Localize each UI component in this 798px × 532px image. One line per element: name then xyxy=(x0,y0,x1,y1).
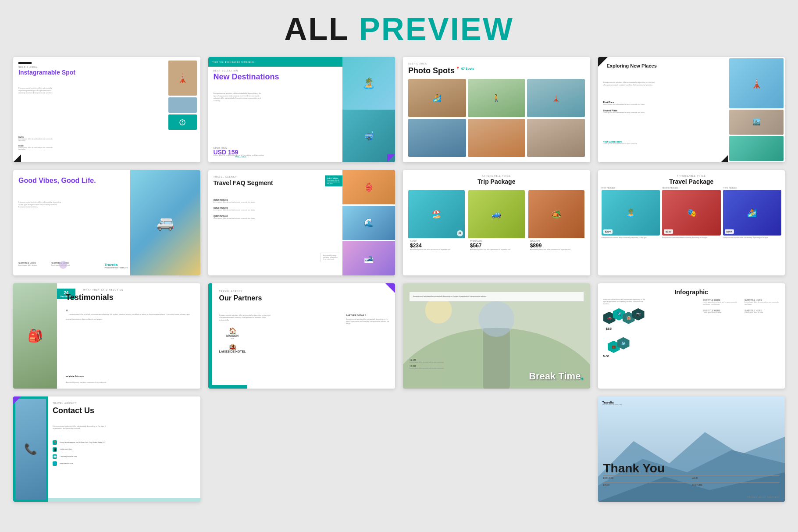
slide6-answer-text: A wonderful journey has taken possession… xyxy=(323,255,338,260)
slide8-pkg1-photo: 🏝️ $234 xyxy=(602,190,660,236)
slide8-pkg3-label: THIRD PACKAGE xyxy=(723,187,782,189)
slide5-sub1: SUBTITLE HERE Lorem ipsum dolor sit amet… xyxy=(18,262,45,267)
slide12-sub4: SUBTITLE HERE Lorem ipsum dolor sit amet… xyxy=(745,309,780,314)
slide12-sub2-text: Lorem ipsum dolor sit amet sed on ante c… xyxy=(745,301,780,306)
slide-travel-package: AFFORDABLE PRICE Travel Package FIRST PA… xyxy=(598,170,785,275)
slide8-pkg1-price: $234 xyxy=(603,229,613,234)
slide7-pkg3: 🏕️ ADVANCE $899 A wonderful journey has … xyxy=(528,190,585,270)
slide3-p1: 🏄 xyxy=(408,79,466,117)
slide1-label: SELFIE AREA xyxy=(18,66,37,68)
slide1-photo-eiffel: 🗼 xyxy=(168,61,197,96)
slide6-a1: Lorem ipsum dolor sit amet sed on ante c… xyxy=(214,201,338,204)
slide5-photo: 🚐 xyxy=(130,170,200,275)
slide7-pkg3-price: $899 xyxy=(530,243,583,249)
slide2-body: Entrepreneurial activities differ substa… xyxy=(214,92,262,102)
slide5-title: Good Vibes, Good Life. xyxy=(18,177,96,185)
slide4-sub-items: First Place Lorem ipsum dolor sit amet s… xyxy=(603,101,647,117)
slide12-title: Infographic xyxy=(675,289,708,296)
slide-testimonials: 🎒 24 Days With Us WHAT THEY SAID ABOUT U… xyxy=(13,283,200,389)
header-all: ALL xyxy=(284,11,349,46)
slide8-pkg2-label: SECOND PACKAGE xyxy=(662,187,721,189)
slide5-circle xyxy=(59,261,67,269)
slide1-photos: 🗼 xyxy=(168,61,197,130)
slide-good-vibes: Good Vibes, Good Life. Entrepreneurial a… xyxy=(13,170,200,275)
slide9-author-sub: A wonderful journey has taken possession… xyxy=(66,382,123,383)
slide3-p6 xyxy=(527,119,585,157)
header-preview: PREVIEW xyxy=(349,11,514,46)
slide2-photo-top: 🏝️ xyxy=(342,57,395,110)
svg-point-7 xyxy=(479,301,514,336)
slide1-sub2-text: Lorem ipsum dolor sit amet sed on ante c… xyxy=(18,147,53,151)
slide14-tags: EXPLORE WILD NATURE ETHIC CULTURE xyxy=(603,475,780,486)
slide12-price2: $72 xyxy=(603,354,609,358)
page-header: ALL PREVIEW xyxy=(13,13,785,45)
slide6-title: Travel FAQ Segment xyxy=(214,180,273,186)
slide5-sub-row: SUBTITLE HERE Lorem ipsum dolor sit amet… xyxy=(18,262,78,267)
slide7-pkg1-photo: 🏖️ 01 xyxy=(408,190,465,238)
slide12-sub3: SUBTITLE HERE Lorem ipsum dolor sit amet… xyxy=(703,309,738,314)
slide13-phone: 1-800-000-0000 xyxy=(60,448,72,450)
slide3-p2 xyxy=(408,119,466,157)
slide13-contacts: 📍 Berry Street Avenue No 80 New York Cit… xyxy=(53,440,105,468)
slide9-photo: 🎒 xyxy=(13,283,57,389)
slide14-logo-text: Travelia xyxy=(602,401,623,404)
slide6-faqs: QUESTION 01 Lorem ipsum dolor sit amet s… xyxy=(214,199,338,223)
slide5-brand-sub: PRESENTATION TEMPLATE xyxy=(104,267,128,269)
slide5-body: Entrepreneurial activities differ substa… xyxy=(18,201,62,208)
slide14-tag1: EXPLORE xyxy=(603,475,691,481)
slide3-label: SELFIE AREA xyxy=(408,62,427,65)
slide8-pkg3-photo: 🏄 $367 xyxy=(723,190,782,236)
slide13-contact-phone: 📱 1-800-000-0000 xyxy=(53,447,105,452)
slide7-pkg1: 🏖️ 01 BASIC $234 A wonderful journey has… xyxy=(408,190,465,270)
slide13-label: TRAVEL AGENCY xyxy=(53,402,76,404)
slide-trip-package: AFFORDABLE PRICE Trip Package 🏖️ 01 BASI… xyxy=(403,170,590,275)
slide8-pkg2: SECOND PACKAGE 🎭 $169 Entrepreneurial ac… xyxy=(662,187,721,270)
slide11-time2: 12 PM Lorem ipsum dolor sit amet sed on … xyxy=(410,365,444,369)
slide8-title: Travel Package xyxy=(669,178,713,185)
slide14-tag3-label: ETHIC xyxy=(603,482,691,486)
slide4-sub2: Second Place Lorem ipsum dolor sit amet … xyxy=(603,109,647,114)
slide2-triangle xyxy=(387,154,395,162)
hex-dark-2: 📷 xyxy=(632,308,645,321)
slide4-photos: 🗼 🏙️ xyxy=(728,57,785,162)
slide4-triangle xyxy=(721,155,728,162)
slide1-title: Instagramable Spot xyxy=(18,69,75,76)
slide-instagramable: SELFIE AREA Instagramable Spot Entrepren… xyxy=(13,57,200,162)
slide1-sub1-text: Lorem ipsum dolor sit amet sed on ante c… xyxy=(18,138,53,142)
slide9-label: WHAT THEY SAID ABOUT US xyxy=(83,289,123,291)
slide8-packages: FIRST PACKAGE 🏝️ $234 Entrepreneurial ac… xyxy=(602,187,782,270)
slide5-sub1-text: Lorem ipsum dolor sit amet. xyxy=(18,264,45,267)
slide-destinations: visit the destination templates BEST SEL… xyxy=(208,57,395,162)
slide1-photo-wide xyxy=(168,97,197,113)
slide-contact: 📞 TRAVEL AGENCY Contact Us Entrepreneuri… xyxy=(13,396,200,502)
location-icon: 📍 xyxy=(456,67,460,71)
slide14-tag1-label: EXPLORE xyxy=(603,475,691,479)
slide5-brand: Travelia PRESENTATION TEMPLATE xyxy=(104,263,128,269)
slide8-pkg3-price: $367 xyxy=(725,229,734,234)
slide12-hexagons: 🚗 ✈️ 🏨 📷 $65 💼 xyxy=(603,312,647,383)
slide7-pkg3-info: ADVANCE $899 A wonderful journey has tak… xyxy=(528,238,585,270)
slide6-photos: 👙 🌊 🎿 xyxy=(342,170,395,275)
slide11-time2-text: Lorem ipsum dolor sit amet sed on ante c… xyxy=(410,368,444,369)
slide-faq: TRAVEL AGENCY Travel FAQ Segment QUESTIO… xyxy=(208,170,395,275)
slide10-details: PARTNER DETAILS Entrepreneurial activiti… xyxy=(346,314,390,325)
slide12-sub-col2: SUBTITLE HERE Lorem ipsum dolor sit amet… xyxy=(745,299,780,383)
slide6-label: TRAVEL AGENCY xyxy=(214,175,237,178)
slide10-logo1-name: MAISON xyxy=(226,334,239,337)
slide3-col3: 🗼 xyxy=(527,79,585,157)
accent-bar xyxy=(18,62,32,64)
slide4-sub1-text: Lorem ipsum dolor sit amet sed on ante c… xyxy=(603,104,647,106)
slide6-a2: Lorem ipsum dolor sit amet sed on ante c… xyxy=(214,209,338,211)
slide4-corner-tri xyxy=(598,57,608,67)
slide6-answer-box: A wonderful journey has taken possession… xyxy=(321,253,340,262)
slide14-title: Thank You xyxy=(603,461,665,475)
slide9-quote: " Lorem ipsum dolor sit amet, consectetu… xyxy=(66,307,195,321)
slide14-tag2-sub: NATURE xyxy=(692,479,780,481)
slide1-photo-teal xyxy=(168,114,197,130)
slide10-logo1: 🏠 MAISON ome xyxy=(219,327,246,339)
slide3-spots-badge: 📍 67 Spots xyxy=(456,67,474,71)
slide11-time1-text: Lorem ipsum dolor sit amet sed on ante c… xyxy=(410,361,444,363)
slide13-contact-email: ✉️ Contact@travelia.com xyxy=(53,454,105,459)
slide7-pkg2-desc: A wonderful journey has taken possession… xyxy=(470,249,523,251)
slide9-quote-text: Lorem ipsum dolor sit amet, consectetuer… xyxy=(66,313,190,320)
